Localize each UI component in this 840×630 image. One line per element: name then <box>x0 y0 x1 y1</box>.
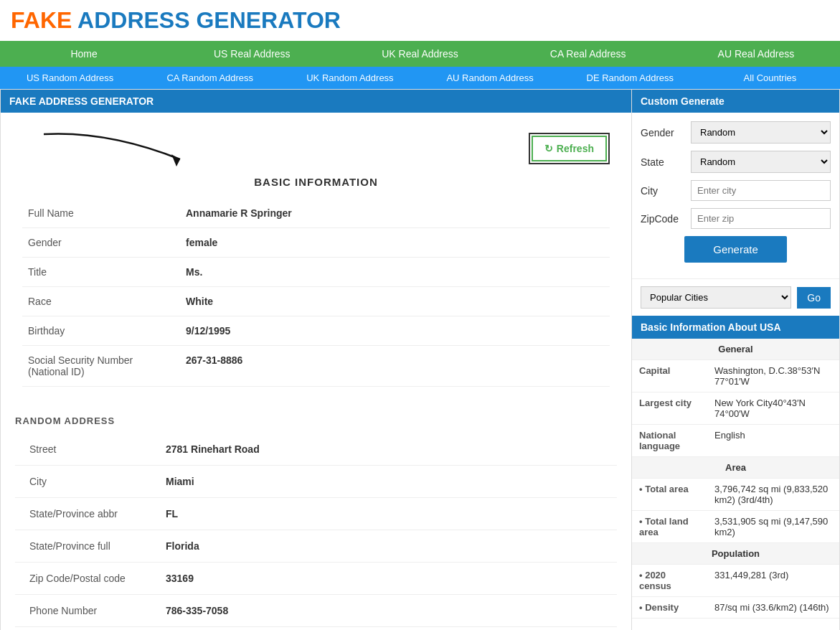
custom-generate-header: Custom Generate <box>632 90 839 113</box>
address-section: RANDOM ADDRESS Street2781 Rinehart RoadC… <box>1 408 631 630</box>
usa-info-label: • 2020 census <box>632 565 707 597</box>
address-value: 2781 Rinehart Road <box>159 433 617 466</box>
usa-info-value: 3,531,905 sq mi (9,147,590 km2) <box>707 511 839 543</box>
usa-info-label: • Density <box>632 597 707 619</box>
popular-cities-select[interactable]: Popular Cities <box>641 286 791 309</box>
address-field: Zip Code/Postal code <box>15 563 159 595</box>
usa-info-row: Largest cityNew York City40°43′N 74°00′W <box>632 392 839 425</box>
basic-info-field: Full Name <box>22 199 180 228</box>
usa-info-header: Basic Information About USA <box>632 316 839 339</box>
nav-us-real[interactable]: US Real Address <box>168 41 336 67</box>
address-field: State/Province full <box>15 530 159 563</box>
go-button[interactable]: Go <box>797 287 831 309</box>
nav-ca-random[interactable]: CA Random Address <box>140 67 280 89</box>
address-field: Street <box>15 433 159 466</box>
usa-info-value: 87/sq mi (33.6/km2) (146th) <box>707 597 839 619</box>
basic-info-field: Gender <box>22 228 180 258</box>
address-value: Florida <box>159 530 617 563</box>
basic-info-value: 9/12/1995 <box>180 316 610 346</box>
city-label: City <box>641 185 691 197</box>
usa-info-value: English <box>707 425 839 457</box>
zip-label: ZipCode <box>641 213 691 225</box>
nav-ca-real[interactable]: CA Real Address <box>504 41 672 67</box>
basic-info-value: White <box>180 287 610 316</box>
address-field: Mobile Number <box>15 627 159 631</box>
address-value: 33169 <box>159 563 617 595</box>
basic-info-value: Annamarie R Springer <box>180 199 610 228</box>
nav-au-real[interactable]: AU Real Address <box>672 41 840 67</box>
basic-info-row: RaceWhite <box>22 287 610 316</box>
generate-button[interactable]: Generate <box>684 236 787 263</box>
basic-info-row: Full NameAnnamarie R Springer <box>22 199 610 228</box>
address-value: 786-241-0301 <box>159 627 617 631</box>
usa-info-value: Washington, D.C.38°53′N 77°01′W <box>707 360 839 392</box>
city-input[interactable] <box>691 180 831 201</box>
svg-marker-0 <box>171 154 180 166</box>
address-table: Street2781 Rinehart RoadCityMiamiState/P… <box>15 433 617 630</box>
arrow-decoration <box>37 127 194 170</box>
gender-select[interactable]: Random Male Female <box>691 121 831 144</box>
address-row: Phone Number786-335-7058 <box>15 595 617 627</box>
basic-info-value: Ms. <box>180 258 610 287</box>
main-layout: FAKE ADDRESS GENERATOR ↻ Refresh <box>0 89 840 630</box>
address-value: FL <box>159 498 617 530</box>
city-row: City <box>641 180 831 201</box>
address-row: Street2781 Rinehart Road <box>15 433 617 466</box>
logo-rest: ADDRESS GENERATOR <box>72 7 341 33</box>
usa-info-row: • Density87/sq mi (33.6/km2) (146th) <box>632 597 839 619</box>
nav-all-countries[interactable]: All Countries <box>700 67 840 89</box>
usa-info-table: GeneralCapitalWashington, D.C.38°53′N 77… <box>632 339 839 619</box>
refresh-label: Refresh <box>557 143 594 154</box>
basic-info-title: BASIC INFORMATION <box>22 176 610 188</box>
basic-info-value: 267-31-8886 <box>180 346 610 387</box>
address-field: Phone Number <box>15 595 159 627</box>
address-value: Miami <box>159 466 617 498</box>
site-logo: FAKE ADDRESS GENERATOR <box>11 7 829 34</box>
custom-generate-form: Gender Random Male Female State Random C… <box>632 113 839 278</box>
basic-info-field: Birthday <box>22 316 180 346</box>
state-label: State <box>641 156 691 168</box>
usa-info-label: Capital <box>632 360 707 392</box>
address-field: State/Province abbr <box>15 498 159 530</box>
nav-uk-random[interactable]: UK Random Address <box>280 67 420 89</box>
usa-info-label: • Total land area <box>632 511 707 543</box>
nav-us-random[interactable]: US Random Address <box>0 67 140 89</box>
usa-info-row: • Total area3,796,742 sq mi (9,833,520 k… <box>632 479 839 511</box>
usa-info-value: 331,449,281 (3rd) <box>707 565 839 597</box>
usa-info-row: • 2020 census331,449,281 (3rd) <box>632 565 839 597</box>
header: FAKE ADDRESS GENERATOR <box>0 0 840 41</box>
usa-pop-header-row: Population <box>632 543 839 565</box>
basic-info-row: Genderfemale <box>22 228 610 258</box>
usa-info-row: National languageEnglish <box>632 425 839 457</box>
secondary-nav: US Random Address CA Random Address UK R… <box>0 67 840 89</box>
usa-info-value: New York City40°43′N 74°00′W <box>707 392 839 425</box>
state-row: State Random <box>641 151 831 173</box>
address-row: Zip Code/Postal code33169 <box>15 563 617 595</box>
address-field: City <box>15 466 159 498</box>
address-row: State/Province abbrFL <box>15 498 617 530</box>
basic-info-section: ↻ Refresh BASIC INFORMATION Full NameAnn… <box>1 113 631 408</box>
nav-de-random[interactable]: DE Random Address <box>560 67 700 89</box>
usa-info-value: 3,796,742 sq mi (9,833,520 km2) (3rd/4th… <box>707 479 839 511</box>
address-row: State/Province fullFlorida <box>15 530 617 563</box>
sidebar: Custom Generate Gender Random Male Femal… <box>632 89 840 630</box>
nav-uk-real[interactable]: UK Real Address <box>336 41 504 67</box>
content-area: FAKE ADDRESS GENERATOR ↻ Refresh <box>0 89 632 630</box>
usa-general-header-row: General <box>632 339 839 360</box>
refresh-button[interactable]: ↻ Refresh <box>532 136 607 161</box>
nav-home[interactable]: Home <box>0 41 168 67</box>
usa-area-header-row: Area <box>632 457 839 479</box>
popular-cities-row: Popular Cities Go <box>632 278 839 316</box>
basic-info-row: Social Security Number (National ID)267-… <box>22 346 610 387</box>
basic-info-field: Social Security Number (National ID) <box>22 346 180 387</box>
usa-info-label: Largest city <box>632 392 707 425</box>
usa-info-label: National language <box>632 425 707 457</box>
basic-info-table: Full NameAnnamarie R SpringerGenderfemal… <box>22 199 610 387</box>
state-select[interactable]: Random <box>691 151 831 173</box>
basic-info-row: TitleMs. <box>22 258 610 287</box>
primary-nav: Home US Real Address UK Real Address CA … <box>0 41 840 67</box>
zip-input[interactable] <box>691 208 831 229</box>
address-value: 786-335-7058 <box>159 595 617 627</box>
gender-row: Gender Random Male Female <box>641 121 831 144</box>
nav-au-random[interactable]: AU Random Address <box>420 67 560 89</box>
